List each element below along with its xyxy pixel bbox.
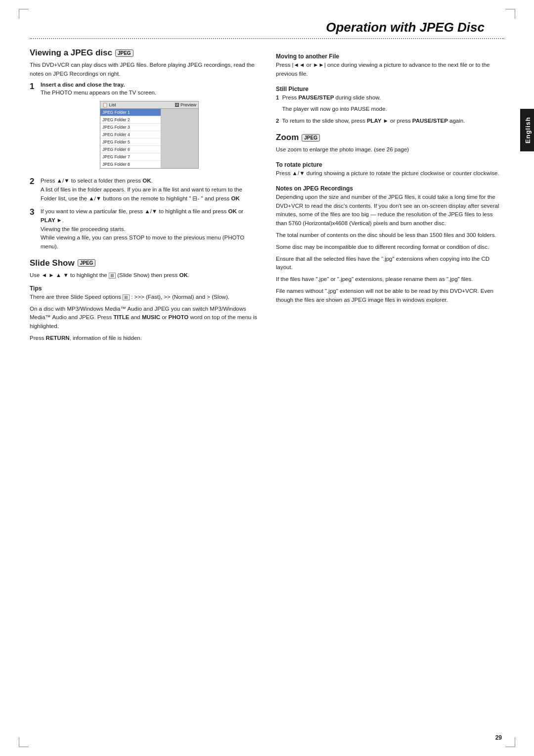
step-1-heading: Insert a disc and close the tray. <box>41 82 258 88</box>
still-picture-section: Still Picture 1 Press PAUSE/STEP during … <box>276 86 504 126</box>
mockup-preview-area <box>161 109 198 168</box>
notes-item-6: File names without ".jpg" extension will… <box>276 287 504 305</box>
section-title-text: Viewing a JPEG disc <box>30 48 112 58</box>
two-col-layout: Viewing a JPEG disc JPEG This DVD+VCR ca… <box>30 48 504 346</box>
notes-item-3: Some disc may be incompatible due to dif… <box>276 243 504 252</box>
title-separator <box>30 38 504 39</box>
corner-mark-tr <box>505 9 515 19</box>
step-2-content: Press ▲/▼ to select a folder then press … <box>41 177 258 203</box>
moving-to-file-section: Moving to another File Press |◄◄ or ►►| … <box>276 53 504 79</box>
slideshow-body: Use ◄ ► ▲ ▼ to highlight the ⊞ (Slide Sh… <box>30 271 258 280</box>
page-container: English Operation with JPEG Disc Viewing… <box>0 0 534 756</box>
step-2: 2 Press ▲/▼ to select a folder then pres… <box>30 177 258 203</box>
still-picture-step-1: 1 Press PAUSE/STEP during slide show. <box>276 94 504 102</box>
mockup-header: 📋 List 🖼 Preview <box>100 101 198 109</box>
mockup-folder-5: JPEG Folder 5 <box>100 139 161 146</box>
notes-item-4: Ensure that all the selected files have … <box>276 255 504 273</box>
tips-item-2: On a disc with MP3/Windows Media™ Audio … <box>30 305 258 331</box>
left-column: Viewing a JPEG disc JPEG This DVD+VCR ca… <box>30 48 258 346</box>
mockup-folder-7: JPEG Folder 7 <box>100 153 161 161</box>
mockup-folder-3: JPEG Folder 3 <box>100 124 161 131</box>
still-picture-title: Still Picture <box>276 86 504 93</box>
corner-mark-br <box>505 737 515 747</box>
step-3-content: If you want to view a particular file, p… <box>41 207 258 251</box>
step-1-number: 1 <box>30 82 38 173</box>
zoom-section: Zoom JPEG Use zoom to enlarge the photo … <box>276 133 504 154</box>
corner-mark-bl <box>19 737 29 747</box>
notes-item-1: Depending upon the size and number of th… <box>276 193 504 228</box>
tips-title: Tips <box>30 285 258 292</box>
screenshot-mockup: 📋 List 🖼 Preview JPEG Folder 1 JPEG Fold… <box>100 101 199 169</box>
rotate-title: To rotate picture <box>276 161 504 168</box>
jpeg-badge-zoom: JPEG <box>302 134 320 142</box>
step-2-number: 2 <box>30 177 38 203</box>
zoom-title-text: Zoom <box>276 133 299 142</box>
step-3-number: 3 <box>30 207 38 251</box>
tips-section: Tips There are three Slide Speed options… <box>30 285 258 343</box>
step-1-content: Insert a disc and close the tray. The PH… <box>41 82 258 173</box>
moving-title: Moving to another File <box>276 53 504 60</box>
intro-text: This DVD+VCR can play discs with JPEG fi… <box>30 61 258 79</box>
mockup-folder-2: JPEG Folder 2 <box>100 116 161 124</box>
mockup-header-right: 🖼 Preview <box>175 102 196 107</box>
step-3: 3 If you want to view a particular file,… <box>30 207 258 251</box>
slideshow-title: Slide Show JPEG <box>30 258 258 268</box>
mockup-body: JPEG Folder 1 JPEG Folder 2 JPEG Folder … <box>100 109 198 168</box>
right-column: Moving to another File Press |◄◄ or ►►| … <box>276 48 504 346</box>
slideshow-section: Slide Show JPEG Use ◄ ► ▲ ▼ to highlight… <box>30 258 258 280</box>
notes-item-2: The total number of contents on the disc… <box>276 231 504 240</box>
notes-item-5: If the files have ".jpe" or ".jpeg" exte… <box>276 275 504 284</box>
tips-item-3: Press RETURN, information of file is hid… <box>30 334 258 343</box>
page-title: Operation with JPEG Disc <box>30 20 504 35</box>
mockup-folder-8: JPEG Folder 8 <box>100 161 161 168</box>
english-tab: English <box>520 109 534 151</box>
step-2-body: Press ▲/▼ to select a folder then press … <box>41 177 258 203</box>
rotate-body: Press ▲/▼ during showing a picture to ro… <box>276 169 504 178</box>
rotate-section: To rotate picture Press ▲/▼ during showi… <box>276 161 504 178</box>
still-picture-step-3: 2 To return to the slide show, press PLA… <box>276 117 504 126</box>
moving-body: Press |◄◄ or ►►| once during viewing a p… <box>276 61 504 79</box>
zoom-body: Use zoom to enlarge the photo image. (se… <box>276 145 504 154</box>
jpeg-badge-main: JPEG <box>115 49 134 57</box>
step-1-body: The PHOTO menu appears on the TV screen. <box>41 89 258 97</box>
step-1: 1 Insert a disc and close the tray. The … <box>30 82 258 173</box>
corner-mark-tl <box>19 9 29 19</box>
mockup-folder-4: JPEG Folder 4 <box>100 131 161 139</box>
zoom-title: Zoom JPEG <box>276 133 504 142</box>
tips-item-1: There are three Slide Speed options ⊞ : … <box>30 293 258 302</box>
mockup-folder-list: JPEG Folder 1 JPEG Folder 2 JPEG Folder … <box>100 109 161 168</box>
notes-section: Notes on JPEG Recordings Depending upon … <box>276 185 504 305</box>
section-title-viewing: Viewing a JPEG disc JPEG <box>30 48 258 58</box>
jpeg-badge-slideshow: JPEG <box>78 259 96 267</box>
notes-title: Notes on JPEG Recordings <box>276 185 504 192</box>
mockup-header-left: 📋 List <box>102 102 116 107</box>
step-3-body: If you want to view a particular file, p… <box>41 207 258 251</box>
mockup-folder-1: JPEG Folder 1 <box>100 109 161 116</box>
still-picture-step-2: The player will now go into PAUSE mode. <box>276 105 504 114</box>
mockup-folder-6: JPEG Folder 6 <box>100 146 161 153</box>
page-number: 29 <box>495 734 502 741</box>
slideshow-title-text: Slide Show <box>30 258 75 268</box>
